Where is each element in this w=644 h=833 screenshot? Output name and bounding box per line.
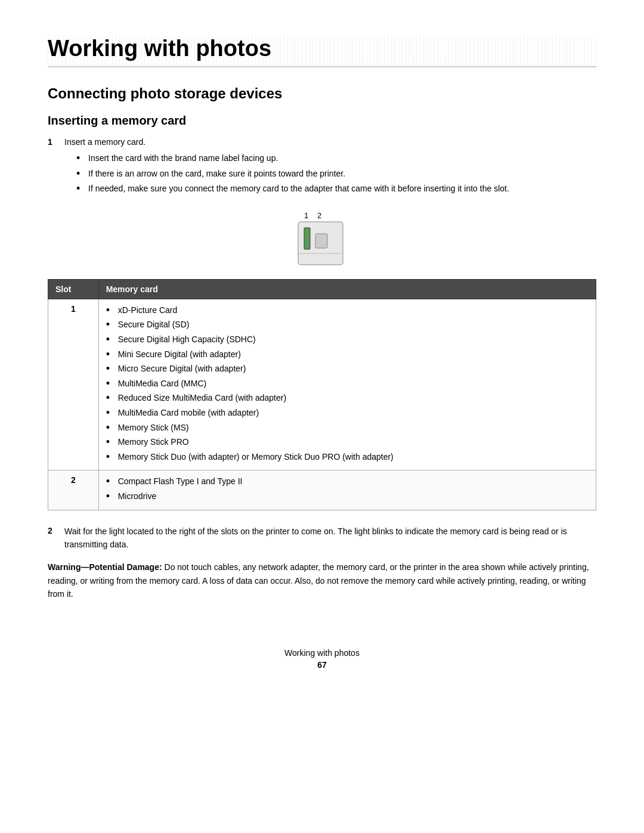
slot1-card-text-7: MultiMedia Card mobile (with adapter) — [118, 407, 259, 419]
footer-page-name: Working with photos — [48, 648, 596, 658]
table-row-slot1: 1•xD-Picture Card•Secure Digital (SD)•Se… — [48, 299, 596, 470]
slot1-cards: •xD-Picture Card•Secure Digital (SD)•Sec… — [98, 299, 596, 470]
slot1-card-text-6: Reduced Size MultiMedia Card (with adapt… — [118, 392, 286, 404]
step-number-2: 2 — [48, 525, 58, 552]
warning-block: Warning—Potential Damage: Do not touch c… — [48, 561, 596, 600]
bullet-item-1: • Insert the card with the brand name la… — [76, 152, 596, 165]
slot1-bullet-dot-7: • — [106, 407, 113, 420]
slot2-card-text-0: Compact Flash Type I and Type II — [118, 475, 243, 488]
slot1-card-item-1: •Secure Digital (SD) — [106, 318, 589, 332]
slot1-bullet-dot-10: • — [106, 451, 113, 464]
warning-paragraph: Warning—Potential Damage: Do not touch c… — [48, 561, 596, 600]
footer-page-number: 67 — [48, 660, 596, 670]
table-header-row: Slot Memory card — [48, 279, 596, 299]
step-content-1: Insert a memory card. • Insert the card … — [64, 136, 596, 199]
svg-rect-1 — [304, 228, 310, 249]
slot2-number: 2 — [48, 470, 99, 510]
bullet-text-3: If needed, make sure you connect the mem… — [88, 182, 509, 195]
slot1-card-item-4: •Micro Secure Digital (with adapter) — [106, 363, 589, 376]
slot1-bullet-dot-0: • — [106, 304, 113, 317]
step2-text: Wait for the light located to the right … — [64, 527, 567, 549]
slot1-bullet-dot-8: • — [106, 422, 113, 435]
slot1-card-item-6: •Reduced Size MultiMedia Card (with adap… — [106, 392, 589, 405]
step1-bullet-list: • Insert the card with the brand name la… — [76, 152, 596, 196]
table-header-card: Memory card — [98, 279, 596, 299]
slot1-card-text-5: MultiMedia Card (MMC) — [118, 377, 207, 390]
slot1-card-item-9: •Memory Stick PRO — [106, 436, 589, 449]
printer-diagram-container: 1 2 — [48, 211, 596, 265]
slot2-cards: •Compact Flash Type I and Type II•Microd… — [98, 470, 596, 510]
slot1-card-item-10: •Memory Stick Duo (with adapter) or Memo… — [106, 451, 589, 464]
section-title: Connecting photo storage devices — [48, 85, 596, 102]
bullet-text-2: If there is an arrow on the card, make s… — [88, 168, 345, 180]
bullet-text-1: Insert the card with the brand name labe… — [88, 152, 278, 165]
diagram-number-1: 1 — [304, 211, 308, 220]
slot1-card-text-3: Mini Secure Digital (with adapter) — [118, 348, 241, 361]
slot1-bullet-dot-5: • — [106, 377, 113, 391]
slot1-card-item-3: •Mini Secure Digital (with adapter) — [106, 348, 589, 361]
table-header-slot: Slot — [48, 279, 99, 299]
bullet-dot-1: • — [76, 152, 83, 165]
slot1-bullet-dot-6: • — [106, 392, 113, 405]
table-body: 1•xD-Picture Card•Secure Digital (SD)•Se… — [48, 299, 596, 510]
bullet-item-2: • If there is an arrow on the card, make… — [76, 168, 596, 181]
page-title: Working with photos — [48, 36, 596, 67]
slot1-card-item-5: •MultiMedia Card (MMC) — [106, 377, 589, 391]
slot2-bullet-dot-1: • — [106, 490, 113, 503]
step1-text: Insert a memory card. — [64, 137, 145, 147]
diagram-number-2: 2 — [317, 211, 321, 220]
slot1-card-item-7: •MultiMedia Card mobile (with adapter) — [106, 407, 589, 420]
slot1-card-text-2: Secure Digital High Capacity (SDHC) — [118, 333, 256, 346]
step-item-2: 2 Wait for the light located to the righ… — [48, 525, 596, 552]
slot1-bullet-dot-3: • — [106, 348, 113, 361]
slot1-bullet-dot-4: • — [106, 363, 113, 376]
slot1-card-text-0: xD-Picture Card — [118, 304, 178, 317]
slot1-bullet-dot-9: • — [106, 436, 113, 449]
page-footer: Working with photos 67 — [48, 648, 596, 670]
slot2-card-item-0: •Compact Flash Type I and Type II — [106, 475, 589, 488]
slot2-bullet-dot-0: • — [106, 475, 113, 488]
svg-rect-2 — [315, 234, 327, 248]
slot1-card-text-10: Memory Stick Duo (with adapter) or Memor… — [118, 451, 394, 463]
memory-card-table: Slot Memory card 1•xD-Picture Card•Secur… — [48, 279, 596, 510]
warning-bold-text: Warning—Potential Damage: — [48, 562, 162, 572]
printer-svg — [295, 221, 349, 268]
slot1-card-item-2: •Secure Digital High Capacity (SDHC) — [106, 333, 589, 346]
slot1-card-text-8: Memory Stick (MS) — [118, 422, 189, 434]
slot2-card-text-1: Microdrive — [118, 490, 157, 503]
slot1-card-text-9: Memory Stick PRO — [118, 436, 189, 448]
slot2-card-item-1: •Microdrive — [106, 490, 589, 503]
slot1-card-item-0: •xD-Picture Card — [106, 304, 589, 317]
subsection-title: Inserting a memory card — [48, 114, 596, 128]
bullet-dot-2: • — [76, 168, 83, 181]
slot1-bullet-dot-2: • — [106, 333, 113, 346]
slot1-bullet-dot-1: • — [106, 318, 113, 332]
bullet-item-3: • If needed, make sure you connect the m… — [76, 182, 596, 196]
bullet-dot-3: • — [76, 182, 83, 196]
step-number-1: 1 — [48, 136, 58, 199]
step-list: 1 Insert a memory card. • Insert the car… — [48, 136, 596, 199]
slot1-card-text-4: Micro Secure Digital (with adapter) — [118, 363, 246, 375]
slot1-card-text-1: Secure Digital (SD) — [118, 318, 190, 331]
slot1-number: 1 — [48, 299, 99, 470]
slot1-card-item-8: •Memory Stick (MS) — [106, 422, 589, 435]
printer-diagram: 1 2 — [292, 211, 352, 265]
step-content-2: Wait for the light located to the right … — [64, 525, 596, 552]
table-row-slot2: 2•Compact Flash Type I and Type II•Micro… — [48, 470, 596, 510]
step-item-1: 1 Insert a memory card. • Insert the car… — [48, 136, 596, 199]
page-title-wrapper: Working with photos — [48, 36, 596, 67]
